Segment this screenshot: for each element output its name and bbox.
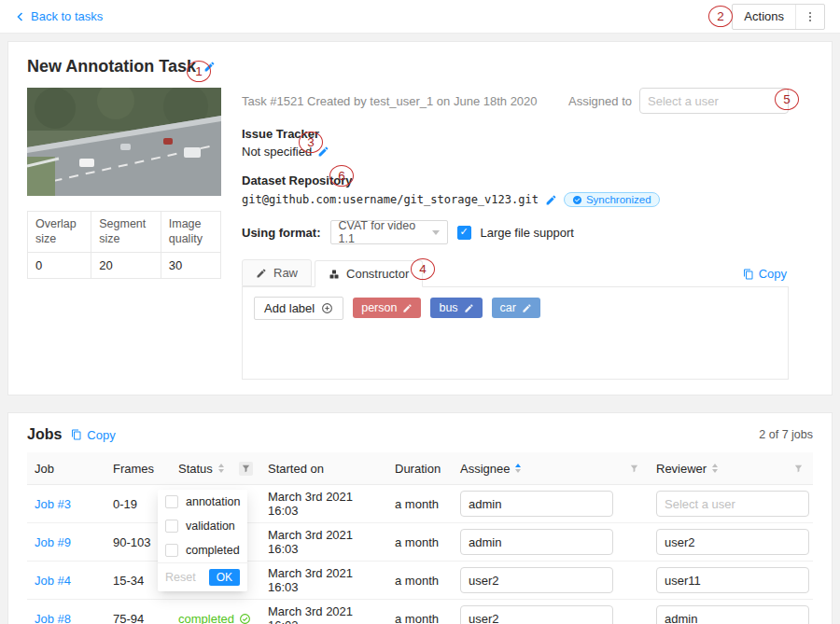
copy-icon <box>71 429 82 440</box>
col-header-duration: Duration <box>387 452 453 485</box>
filter-status-icon[interactable] <box>239 462 253 476</box>
col-header-assignee-label: Assignee <box>460 462 510 476</box>
chevron-left-icon <box>15 11 26 22</box>
checkbox[interactable] <box>165 495 178 508</box>
param-header-segment: Segment size <box>91 212 161 253</box>
jobs-title: Jobs <box>27 426 62 443</box>
job-duration: a month <box>387 562 453 600</box>
pencil-icon <box>464 303 474 313</box>
cvat-task-page: 1 2 3 4 5 6 Back to tasks Actions New An… <box>0 0 840 624</box>
actions-button[interactable]: Actions <box>732 4 825 30</box>
filter-assignee-icon[interactable] <box>627 462 641 476</box>
job-assignee-input[interactable] <box>460 605 613 624</box>
labels-copy-label: Copy <box>759 267 787 281</box>
tab-raw-label: Raw <box>273 266 298 280</box>
job-assignee-input[interactable] <box>460 529 613 555</box>
col-header-job: Job <box>27 452 105 485</box>
constructor-icon <box>329 269 340 280</box>
check-circle-icon <box>572 195 582 205</box>
assignee-select-input[interactable] <box>639 88 789 114</box>
task-details-card: New Annotation Task <box>7 41 833 395</box>
param-header-quality: Image quality <box>161 212 220 253</box>
jobs-copy-button[interactable]: Copy <box>71 428 115 442</box>
checkbox[interactable] <box>165 520 178 533</box>
job-reviewer-input[interactable] <box>656 605 809 624</box>
job-link[interactable]: Job #8 <box>35 612 71 624</box>
format-select-value: CVAT for video 1.1 <box>339 219 432 245</box>
param-value-overlap: 0 <box>28 253 91 279</box>
filter-option-label: completed <box>186 544 240 557</box>
job-row: Job #8 75-94 completed March 3rd 2021 16… <box>27 600 813 624</box>
job-link[interactable]: Job #3 <box>35 497 71 511</box>
add-label-text: Add label <box>264 301 315 315</box>
assigned-to-label: Assigned to <box>568 94 632 108</box>
task-left-column: Overlap size Segment size Image quality … <box>27 88 221 380</box>
check-circle-icon <box>239 613 251 624</box>
job-started: March 3rd 2021 16:03 <box>260 485 387 523</box>
task-right-column: Task #1521 Created by test_user_1 on Jun… <box>242 88 813 380</box>
sort-assignee-button[interactable] <box>515 461 521 476</box>
job-duration: a month <box>387 600 453 624</box>
job-assignee-input[interactable] <box>460 567 613 593</box>
filter-option-label: validation <box>186 520 235 533</box>
col-header-frames: Frames <box>105 452 171 485</box>
label-name: person <box>361 301 397 314</box>
job-row: Job #3 0-19 March 3rd 2021 16:03 a month <box>27 485 813 523</box>
pencil-icon <box>522 303 532 313</box>
col-header-status: Status <box>171 452 260 485</box>
job-reviewer-input[interactable] <box>656 567 809 593</box>
chevron-down-icon <box>432 230 440 239</box>
param-header-overlap: Overlap size <box>28 212 91 253</box>
job-reviewer-input[interactable] <box>656 491 809 517</box>
pencil-icon <box>402 303 413 313</box>
filter-ok-button[interactable]: OK <box>209 569 240 586</box>
edit-title-icon[interactable] <box>203 61 216 73</box>
large-file-checkbox[interactable] <box>457 226 471 240</box>
checkbox[interactable] <box>165 544 178 557</box>
job-started: March 3rd 2021 16:03 <box>260 600 387 624</box>
label-tag-bus[interactable]: bus <box>430 298 482 318</box>
pencil-icon <box>256 268 267 279</box>
job-assignee-input[interactable] <box>460 491 613 517</box>
filter-reset-button[interactable]: Reset <box>165 571 196 584</box>
plus-circle-icon <box>321 302 333 314</box>
job-reviewer-input[interactable] <box>656 529 809 555</box>
label-tabs: Raw Constructor Copy <box>242 259 789 286</box>
job-row: Job #9 90-103 March 3rd 2021 16:03 a mon… <box>27 523 813 562</box>
param-value-quality: 30 <box>161 253 220 279</box>
dataset-repository-label: Dataset Repository <box>242 173 789 187</box>
sort-status-button[interactable] <box>218 461 224 476</box>
job-link[interactable]: Job #4 <box>35 574 71 588</box>
filter-reviewer-icon[interactable] <box>791 462 805 476</box>
job-status-completed: completed <box>178 612 253 624</box>
label-name: car <box>500 301 516 314</box>
kebab-menu-icon[interactable] <box>795 5 824 29</box>
edit-repository-icon[interactable] <box>545 194 557 206</box>
filter-option-annotation[interactable]: annotation <box>158 490 247 514</box>
jobs-table: Job Frames Status Started on Duration <box>27 452 813 624</box>
jobs-card: Jobs Copy 2 of 7 jobs Job Frames <box>7 412 833 624</box>
filter-option-completed[interactable]: completed <box>158 538 247 562</box>
job-duration: a month <box>387 485 453 523</box>
sort-reviewer-button[interactable] <box>712 461 718 476</box>
job-frames: 75-94 <box>105 600 171 624</box>
tab-constructor[interactable]: Constructor <box>315 260 423 287</box>
sync-status-label: Synchronized <box>586 194 651 205</box>
back-to-tasks-link[interactable]: Back to tasks <box>15 9 103 23</box>
task-preview-image <box>27 88 221 196</box>
task-meta-text: Task #1521 Created by test_user_1 on Jun… <box>242 94 538 108</box>
dataset-repository-url: git@github.com:username/git_storage_v123… <box>242 193 539 206</box>
labels-copy-button[interactable]: Copy <box>743 267 787 281</box>
label-tag-car[interactable]: car <box>492 298 540 318</box>
label-tag-person[interactable]: person <box>353 298 421 318</box>
status-filter-dropdown: annotation validation completed Reset OK <box>158 490 247 591</box>
back-to-tasks-label: Back to tasks <box>31 9 103 23</box>
edit-issue-tracker-icon[interactable] <box>317 146 329 158</box>
filter-option-validation[interactable]: validation <box>158 514 247 538</box>
add-label-button[interactable]: Add label <box>254 297 343 320</box>
tab-raw[interactable]: Raw <box>242 259 312 286</box>
large-file-label: Large file support <box>481 226 574 240</box>
format-select[interactable]: CVAT for video 1.1 <box>330 220 448 244</box>
job-link[interactable]: Job #9 <box>35 535 71 549</box>
job-started: March 3rd 2021 16:03 <box>260 562 387 600</box>
